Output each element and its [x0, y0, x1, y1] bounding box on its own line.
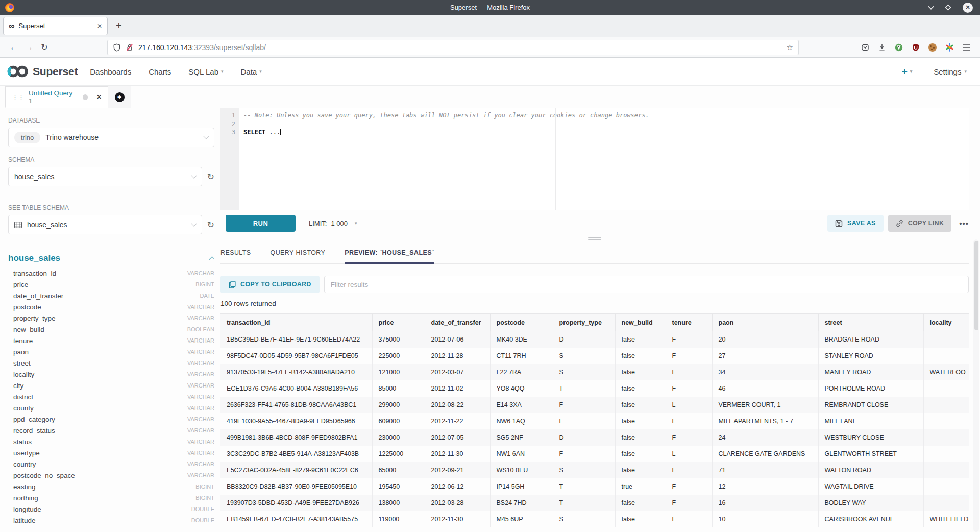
- add-query-tab-button[interactable]: +: [108, 86, 131, 108]
- save-as-button[interactable]: SAVE AS: [827, 215, 884, 232]
- schema-column-row: countyVARCHAR: [8, 402, 214, 414]
- menu-hamburger-icon[interactable]: [963, 44, 971, 51]
- column-header-postcode[interactable]: postcode: [490, 314, 553, 331]
- run-button[interactable]: RUN: [226, 215, 296, 232]
- download-icon[interactable]: [878, 43, 886, 52]
- nav-item-data[interactable]: Data▾: [241, 67, 262, 76]
- results-tab-query-history[interactable]: QUERY HISTORY: [271, 241, 326, 263]
- privacy-badger-icon[interactable]: [895, 43, 903, 52]
- copy-link-button[interactable]: COPY LINK: [888, 215, 952, 232]
- drag-handle-icon[interactable]: ⋮⋮: [12, 93, 24, 101]
- url-host: 217.160.120.143: [138, 43, 192, 52]
- column-header-paon[interactable]: paon: [712, 314, 818, 331]
- column-type: VARCHAR: [187, 450, 214, 456]
- reload-icon[interactable]: ↻: [37, 42, 52, 52]
- schema-column-row: ppd_categoryVARCHAR: [8, 414, 214, 425]
- scrollbar-thumb[interactable]: [974, 241, 978, 330]
- tab-close-icon[interactable]: ✕: [97, 22, 102, 30]
- table-cell: 119000: [372, 511, 425, 527]
- table-cell: 193907D3-5DBD-453D-A49E-9FEE27DAB926: [220, 495, 372, 511]
- query-tab-close-icon[interactable]: ✕: [96, 93, 102, 101]
- save-icon: [835, 220, 843, 227]
- results-tabstrip: RESULTSQUERY HISTORYPREVIEW: `HOUSE_SALE…: [220, 241, 969, 264]
- lock-crossed-icon[interactable]: [126, 43, 134, 52]
- column-header-new-build[interactable]: new_build: [615, 314, 666, 331]
- editor-toolbar: RUN LIMIT: 1 000 ▾ SAVE AS COPY LINK: [220, 210, 969, 236]
- bookmark-star-icon[interactable]: ☆: [787, 43, 793, 52]
- settings-menu[interactable]: Settings▾: [934, 67, 967, 76]
- nav-item-charts[interactable]: Charts: [149, 67, 171, 76]
- column-header-locality[interactable]: locality: [923, 314, 969, 331]
- nav-item-dashboards[interactable]: Dashboards: [90, 67, 131, 76]
- extension-asterisk-icon[interactable]: [945, 43, 954, 52]
- table-cell: F: [553, 446, 615, 462]
- sql-editor[interactable]: 123 -- Note: Unless you save your query,…: [220, 108, 969, 210]
- column-type: BIGINT: [195, 495, 214, 501]
- table-select[interactable]: house_sales: [8, 215, 202, 234]
- refresh-schema-icon[interactable]: ↻: [207, 173, 214, 181]
- pocket-icon[interactable]: [861, 43, 869, 52]
- results-tab-preview-house-sales[interactable]: PREVIEW: `HOUSE_SALES`: [345, 241, 434, 263]
- new-tab-button[interactable]: +: [116, 20, 122, 32]
- superset-logo-icon[interactable]: [6, 64, 30, 79]
- limit-dropdown[interactable]: LIMIT: 1 000 ▾: [309, 220, 357, 227]
- column-name: date_of_transfer: [13, 292, 63, 300]
- url-bar[interactable]: 217.160.120.143:32393/superset/sqllab/ ☆: [107, 40, 799, 55]
- column-header-price[interactable]: price: [372, 314, 425, 331]
- table-cell: L: [666, 397, 712, 413]
- column-header-street[interactable]: street: [818, 314, 923, 331]
- editor-panel: 123 -- Note: Unless you save your query,…: [220, 86, 980, 532]
- browser-toolbar: ← → ↻ 217.160.120.143:32393/superset/sql…: [0, 37, 980, 58]
- refresh-table-icon[interactable]: ↻: [207, 221, 214, 229]
- column-header-transaction-id[interactable]: transaction_id: [220, 314, 372, 331]
- ublock-icon[interactable]: [912, 43, 920, 52]
- more-options-button[interactable]: •••: [959, 219, 969, 228]
- results-tab-results[interactable]: RESULTS: [220, 241, 251, 263]
- schema-column-row: localityVARCHAR: [8, 369, 214, 380]
- table-cell: [923, 429, 969, 446]
- table-cell: NW1 6AN: [490, 446, 553, 462]
- column-header-property-type[interactable]: property_type: [553, 314, 615, 331]
- table-cell: 71: [712, 462, 818, 478]
- table-cell: 12: [712, 478, 818, 495]
- superset-brand[interactable]: Superset: [33, 65, 78, 78]
- cookie-icon[interactable]: [928, 43, 937, 52]
- panel-resize-handle[interactable]: [220, 236, 969, 241]
- browser-tab-superset[interactable]: ∞ Superset ✕: [3, 17, 108, 35]
- nav-item-sql-lab[interactable]: SQL Lab▾: [188, 67, 223, 76]
- database-select[interactable]: trino Trino warehouse: [8, 128, 214, 147]
- window-minimize-icon[interactable]: [928, 4, 934, 9]
- shield-icon[interactable]: [113, 43, 121, 52]
- table-row: 193907D3-5DBD-453D-A49E-9FEE27DAB9261380…: [220, 495, 969, 511]
- editor-code[interactable]: -- Note: Unless you save your query, the…: [239, 108, 969, 210]
- table-cell: false: [615, 413, 666, 429]
- table-cell: E14 3XA: [490, 397, 553, 413]
- forward-icon[interactable]: →: [21, 43, 37, 52]
- table-cell: BB8320C9-D82B-4B37-90E0-9FEE05095E10: [220, 478, 372, 495]
- table-cell: 2012-11-28: [425, 348, 490, 364]
- add-new-button[interactable]: +▾: [902, 66, 913, 77]
- window-maximize-icon[interactable]: [945, 4, 951, 11]
- window-close-icon[interactable]: ✕: [963, 3, 973, 13]
- schema-select[interactable]: house_sales: [8, 167, 202, 186]
- collapse-chevron-icon[interactable]: [209, 256, 214, 263]
- table-cell: WALTON ROAD: [818, 462, 923, 478]
- caret-down-icon: ▾: [910, 69, 913, 74]
- query-tab-active[interactable]: ⋮⋮ Untitled Query 1 ✕: [5, 86, 108, 108]
- column-name: status: [13, 438, 32, 446]
- results-panel: RESULTSQUERY HISTORYPREVIEW: `HOUSE_SALE…: [220, 241, 969, 532]
- filter-results-input[interactable]: [324, 276, 969, 293]
- back-icon[interactable]: ←: [6, 43, 21, 52]
- schema-column-row: usertypeVARCHAR: [8, 447, 214, 458]
- schema-column-row: postcode_no_spaceVARCHAR: [8, 470, 214, 481]
- column-header-tenure[interactable]: tenure: [666, 314, 712, 331]
- table-title[interactable]: house_sales: [8, 253, 60, 263]
- column-header-date-of-transfer[interactable]: date_of_transfer: [425, 314, 490, 331]
- caret-down-icon: ▾: [221, 69, 224, 74]
- table-cell: [923, 348, 969, 364]
- table-cell: 2012-08-22: [425, 397, 490, 413]
- firefox-logo-icon: [5, 3, 14, 12]
- schema-column-row: paonVARCHAR: [8, 346, 214, 357]
- results-scrollbar[interactable]: [973, 239, 979, 532]
- copy-to-clipboard-button[interactable]: COPY TO CLIPBOARD: [220, 276, 320, 293]
